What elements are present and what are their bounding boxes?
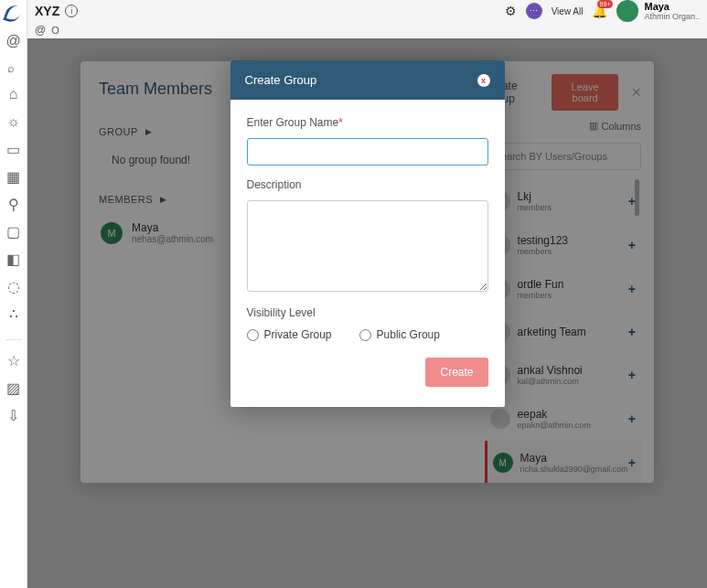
create-button[interactable]: Create [425,358,487,387]
avatar [616,0,638,22]
at-icon-small: @ [35,24,46,37]
info-icon[interactable]: i [65,5,78,17]
public-group-radio[interactable]: Public Group [359,328,440,341]
create-group-modal: Create Group x Enter Group Name* Descrip… [230,60,505,407]
user-icon[interactable]: ◌ [6,279,21,294]
home-icon[interactable]: ⌂ [6,87,21,102]
star-icon[interactable]: ☆ [6,353,21,368]
group-name-label: Enter Group Name* [247,116,488,129]
tag-icon[interactable]: ◧ [6,251,21,266]
group-name-input[interactable] [247,138,488,166]
topbar: XYZ i ⚙ ⋯ View All 🔔 99+ Maya Athmin Org… [27,0,707,22]
left-nav-rail: @ ⌕ ⌂ ☼ ▭ ▦ ⚲ ▢ ◧ ◌ ⛬ ☆ ▨ ⇩ [0,0,27,588]
db-icon[interactable]: ▦ [6,169,21,184]
viewall-avatar[interactable]: ⋯ [526,3,542,19]
card-icon[interactable]: ▭ [6,142,21,156]
private-group-radio[interactable]: Private Group [247,328,332,341]
modal-backdrop: Create Group x Enter Group Name* Descrip… [27,38,707,588]
modal-close-icon[interactable]: x [477,74,490,87]
image-icon[interactable]: ▨ [6,380,21,395]
search-icon[interactable]: ⌕ [7,61,20,74]
gear-icon[interactable]: ⚙ [505,4,517,18]
board-title: XYZ [35,4,59,18]
notif-badge: 99+ [597,0,614,8]
notifications-icon[interactable]: 🔔 99+ [592,4,607,18]
description-textarea[interactable] [247,200,488,292]
at-icon[interactable]: @ [6,34,21,48]
user-name: Maya [644,1,700,12]
visibility-label: Visibility Level [247,306,488,319]
archive-icon[interactable]: ▢ [6,224,21,239]
bulb-icon[interactable]: ☼ [6,114,21,129]
current-user[interactable]: Maya Athmin Organ.. [616,0,700,22]
download-icon[interactable]: ⇩ [6,408,21,422]
view-all-link[interactable]: View All [552,6,584,16]
description-label: Description [247,178,488,191]
pin-icon[interactable]: ⚲ [6,197,21,211]
subbar: @ O [27,22,707,38]
overlay: Team Members GROUP ▶ No group found! MEM… [27,38,707,588]
user-org: Athmin Organ.. [644,12,700,21]
modal-title: Create Group [245,73,317,87]
users-icon[interactable]: ⛬ [6,306,21,321]
app-logo [5,5,22,21]
